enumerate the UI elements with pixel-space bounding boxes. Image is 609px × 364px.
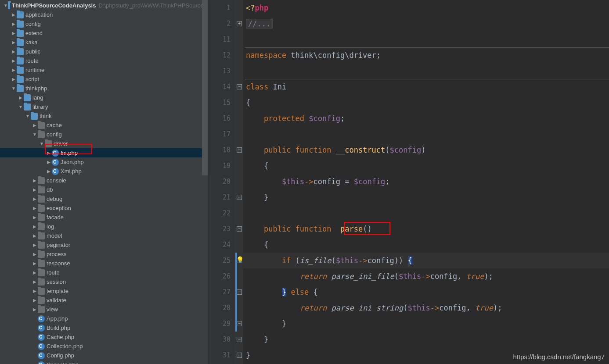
code-area[interactable]: <?php//...namespace think\config\driver;… [243,0,609,364]
chevron-down-icon[interactable]: ▼ [32,130,38,139]
code-line[interactable]: } [243,332,609,347]
chevron-right-icon[interactable]: ▶ [11,75,17,84]
chevron-down-icon[interactable]: ▼ [4,1,8,10]
chevron-right-icon[interactable]: ▶ [11,65,17,75]
code-line[interactable]: <?php [243,0,609,16]
chevron-right-icon[interactable]: ▶ [46,148,52,157]
fold-collapse-icon[interactable]: − [237,289,242,295]
code-line[interactable]: namespace think\config\driver; [243,47,609,63]
tree-item-xml-php[interactable]: ▶Xml.php [0,167,208,176]
code-line[interactable]: public function parse() [243,221,609,237]
chevron-right-icon[interactable]: ▶ [32,176,38,185]
tree-item-application[interactable]: ▶application [0,10,208,19]
chevron-right-icon[interactable]: ▶ [32,259,38,268]
chevron-right-icon[interactable]: ▶ [32,222,38,231]
tree-item-validate[interactable]: ▶validate [0,296,208,305]
tree-item-config[interactable]: ▶config [0,19,208,29]
tree-item-config[interactable]: ▼config [0,130,208,139]
tree-item-app-php[interactable]: ▶App.php [0,314,208,323]
chevron-right-icon[interactable]: ▶ [32,277,38,286]
tree-item-route[interactable]: ▶route [0,268,208,277]
tree-item-facade[interactable]: ▶facade [0,213,208,222]
code-line[interactable]: if (is_file($this->config)) { [243,253,609,268]
chevron-right-icon[interactable]: ▶ [32,231,38,240]
tree-scrollbar[interactable] [202,0,208,175]
code-line[interactable]: public function __construct($config) [243,142,609,158]
fold-collapse-icon[interactable]: − [237,337,242,342]
tree-item-exception[interactable]: ▶exception [0,203,208,213]
chevron-right-icon[interactable]: ▶ [11,38,17,47]
chevron-down-icon[interactable]: ▼ [25,111,31,121]
code-line[interactable]: { [243,95,609,111]
chevron-right-icon[interactable]: ▶ [32,203,38,213]
code-editor[interactable]: 1211121314151617181920212223242526272829… [208,0,609,364]
tree-item-log[interactable]: ▶log [0,222,208,231]
code-line[interactable]: protected $config; [243,111,609,126]
tree-item-process[interactable]: ▶process [0,250,208,259]
fold-collapse-icon[interactable]: − [237,84,242,89]
tree-item-script[interactable]: ▶script [0,75,208,84]
tree-item-ini-php[interactable]: ▶Ini.php [0,148,208,157]
chevron-right-icon[interactable]: ▶ [32,240,38,250]
tree-item-driver[interactable]: ▼driver [0,139,208,148]
tree-item-model[interactable]: ▶model [0,231,208,240]
tree-item-route[interactable]: ▶route [0,56,208,65]
chevron-right-icon[interactable]: ▶ [11,47,17,56]
tree-item-public[interactable]: ▶public [0,47,208,56]
chevron-right-icon[interactable]: ▶ [11,19,17,29]
code-line[interactable] [243,63,609,79]
code-line[interactable]: } else { [243,284,609,300]
tree-item-thinkphp[interactable]: ▼thinkphp [0,84,208,93]
chevron-right-icon[interactable]: ▶ [11,29,17,38]
tree-item-extend[interactable]: ▶extend [0,29,208,38]
chevron-right-icon[interactable]: ▶ [32,194,38,203]
code-line[interactable]: } [243,316,609,332]
fold-collapse-icon[interactable]: − [237,226,242,232]
tree-item-build-php[interactable]: ▶Build.php [0,323,208,332]
code-line[interactable] [243,205,609,221]
tree-item-config-php[interactable]: ▶Config.php [0,351,208,360]
code-line[interactable]: { [243,237,609,253]
chevron-right-icon[interactable]: ▶ [32,286,38,296]
fold-collapse-icon[interactable]: − [237,353,242,358]
tree-item-debug[interactable]: ▶debug [0,194,208,203]
tree-item-library[interactable]: ▼library [0,102,208,111]
code-line[interactable]: //... [243,16,609,32]
code-line[interactable]: } [243,189,609,205]
chevron-right-icon[interactable]: ▶ [32,296,38,305]
fold-expand-icon[interactable]: + [237,21,242,26]
fold-collapse-icon[interactable]: − [237,195,242,200]
chevron-right-icon[interactable]: ▶ [32,121,38,130]
code-line[interactable] [243,32,609,47]
tree-item-lang[interactable]: ▶lang [0,93,208,102]
chevron-down-icon[interactable]: ▼ [11,84,17,93]
chevron-right-icon[interactable]: ▶ [18,93,24,102]
chevron-right-icon[interactable]: ▶ [32,268,38,277]
tree-item-runtime[interactable]: ▶runtime [0,65,208,75]
code-line[interactable]: return parse_ini_file($this->config, tru… [243,268,609,284]
fold-collapse-icon[interactable]: − [237,147,242,153]
code-line[interactable]: return parse_ini_string($this->config, t… [243,300,609,316]
tree-item-db[interactable]: ▶db [0,185,208,194]
tree-item-think[interactable]: ▼think [0,111,208,121]
chevron-right-icon[interactable]: ▶ [32,305,38,314]
tree-item-console[interactable]: ▶console [0,176,208,185]
code-line[interactable] [243,126,609,142]
tree-item-console-php[interactable]: ▶Console.php [0,360,208,364]
chevron-right-icon[interactable]: ▶ [46,167,52,176]
tree-item-cache[interactable]: ▶cache [0,121,208,130]
chevron-down-icon[interactable]: ▼ [18,102,24,111]
chevron-right-icon[interactable]: ▶ [32,250,38,259]
project-root[interactable]: ▼ThinkPHPSourceCodeAnalysisD:\phpstudy_p… [0,1,208,10]
tree-item-collection-php[interactable]: ▶Collection.php [0,342,208,351]
intention-bulb-icon[interactable]: 💡 [236,256,244,263]
code-line[interactable]: { [243,158,609,174]
tree-item-template[interactable]: ▶template [0,286,208,296]
tree-item-view[interactable]: ▶view [0,305,208,314]
chevron-right-icon[interactable]: ▶ [46,157,52,167]
tree-item-json-php[interactable]: ▶Json.php [0,157,208,167]
chevron-right-icon[interactable]: ▶ [11,10,17,19]
chevron-right-icon[interactable]: ▶ [32,185,38,194]
chevron-down-icon[interactable]: ▼ [39,139,45,148]
tree-item-kaka[interactable]: ▶kaka [0,38,208,47]
